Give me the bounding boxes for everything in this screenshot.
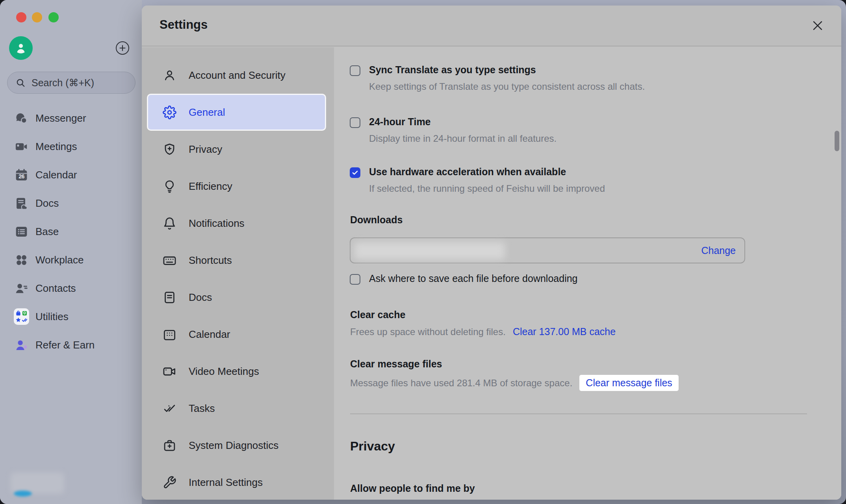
doc-icon [163, 291, 176, 304]
sidebar-item-contacts[interactable]: Contacts [0, 274, 142, 302]
clear-cache-description: Frees up space without deleting files. [350, 326, 506, 337]
sidebar-item-calendar[interactable]: 26 Calendar [0, 161, 142, 189]
app-window: Search (⌘+K) Messenger Meetings 26 Calen… [0, 0, 846, 504]
refer-earn-icon [15, 338, 28, 352]
settings-nav-calendar[interactable]: Calendar [147, 316, 326, 353]
sidebar-item-utilities[interactable]: Utilities [0, 302, 142, 331]
contacts-icon [15, 282, 28, 295]
section-divider [350, 413, 807, 414]
clear-cache-link[interactable]: Clear 137.00 MB cache [513, 326, 616, 337]
hardware-acceleration-description: If selected, the running speed of Feishu… [369, 183, 605, 194]
blurred-status-indicator [14, 491, 32, 497]
sidebar-item-refer-earn[interactable]: Refer & Earn [0, 331, 142, 359]
settings-nav: Account and Security General Privacy Eff… [142, 47, 334, 500]
settings-nav-system-diagnostics[interactable]: System Diagnostics [147, 427, 326, 464]
privacy-section-heading: Privacy [350, 439, 395, 454]
downloads-heading: Downloads [350, 214, 403, 226]
download-path-field[interactable]: Change [350, 237, 745, 263]
video-camera-icon [163, 365, 176, 378]
account-icon [163, 69, 176, 82]
settings-nav-general[interactable]: General [147, 94, 326, 131]
clear-message-files-button[interactable]: Clear message files [579, 375, 679, 391]
app-sidebar: Search (⌘+K) Messenger Meetings 26 Calen… [0, 0, 142, 504]
sidebar-item-workplace[interactable]: Workplace [0, 246, 142, 274]
search-input[interactable]: Search (⌘+K) [7, 72, 135, 94]
ask-where-to-save-checkbox[interactable] [350, 274, 360, 285]
change-download-path-link[interactable]: Change [701, 245, 736, 256]
person-icon [14, 41, 28, 55]
avatar[interactable] [9, 36, 33, 60]
24-hour-time-checkbox[interactable] [350, 117, 360, 128]
bag-glyph [15, 310, 21, 317]
settings-modal-header: Settings [142, 6, 841, 46]
calendar-icon [163, 328, 176, 341]
sidebar-item-messenger[interactable]: Messenger [0, 104, 142, 132]
window-close-button[interactable] [16, 12, 26, 22]
tasks-icon [163, 402, 176, 415]
calendar-date-badge: 26 [16, 172, 27, 180]
allow-find-me-heading: Allow people to find me by [350, 483, 475, 494]
settings-nav-notifications[interactable]: Notifications [147, 205, 326, 242]
hardware-acceleration-label: Use hardware acceleration when available [369, 166, 566, 178]
settings-title: Settings [160, 18, 208, 32]
sidebar-item-meetings[interactable]: Meetings [0, 132, 142, 161]
settings-nav-internal-settings[interactable]: Internal Settings [147, 464, 326, 500]
docs-icon [15, 196, 28, 210]
badge-glyph [22, 310, 28, 317]
blurred-download-path [354, 242, 505, 259]
settings-content: Sync Translate as you type settings Keep… [334, 47, 841, 500]
workplace-icon [15, 253, 28, 267]
scrollbar-thumb[interactable] [835, 131, 839, 151]
settings-nav-shortcuts[interactable]: Shortcuts [147, 242, 326, 279]
shield-icon [163, 143, 176, 156]
messenger-icon [15, 111, 28, 125]
sync-translate-checkbox[interactable] [350, 65, 360, 76]
settings-nav-docs[interactable]: Docs [147, 279, 326, 316]
window-zoom-button[interactable] [48, 12, 59, 22]
search-placeholder: Search (⌘+K) [32, 77, 94, 89]
settings-nav-efficiency[interactable]: Efficiency [147, 168, 326, 205]
hardware-acceleration-checkbox[interactable] [350, 167, 360, 178]
sync-translate-label: Sync Translate as you type settings [369, 64, 536, 76]
settings-nav-video-meetings[interactable]: Video Meetings [147, 353, 326, 390]
search-icon [15, 78, 26, 88]
24-hour-time-description: Display time in 24-hour format in all fe… [369, 133, 557, 144]
check-glyph [22, 317, 28, 324]
clear-message-files-description: Message files have used 281.4 MB of stor… [350, 378, 572, 389]
plus-icon [118, 44, 127, 52]
wrench-icon [163, 476, 176, 489]
sidebar-item-base[interactable]: Base [0, 217, 142, 246]
utilities-icon [15, 310, 28, 324]
new-chat-button[interactable] [116, 41, 129, 55]
settings-modal: Settings Account and Security General [142, 6, 841, 500]
sidebar-item-docs[interactable]: Docs [0, 189, 142, 217]
settings-nav-tasks[interactable]: Tasks [147, 390, 326, 427]
clear-message-files-heading: Clear message files [350, 358, 442, 370]
bell-icon [163, 217, 176, 230]
star-glyph [15, 317, 21, 324]
keyboard-icon [163, 254, 176, 267]
ask-where-to-save-label: Ask where to save each file before downl… [369, 273, 578, 284]
close-icon[interactable] [809, 17, 826, 34]
24-hour-time-label: 24-hour Time [369, 116, 431, 128]
gear-icon [163, 106, 176, 119]
clear-cache-heading: Clear cache [350, 309, 405, 321]
lightbulb-icon [163, 180, 176, 193]
sync-translate-description: Keep settings of Translate as you type c… [369, 81, 645, 92]
base-icon [15, 225, 28, 239]
settings-nav-account-and-security[interactable]: Account and Security [147, 57, 326, 94]
calendar-icon: 26 [15, 168, 28, 182]
first-aid-icon [163, 439, 176, 452]
settings-nav-privacy[interactable]: Privacy [147, 131, 326, 168]
checkmark-icon [351, 169, 359, 176]
meetings-icon [15, 140, 28, 154]
window-minimize-button[interactable] [32, 12, 42, 22]
